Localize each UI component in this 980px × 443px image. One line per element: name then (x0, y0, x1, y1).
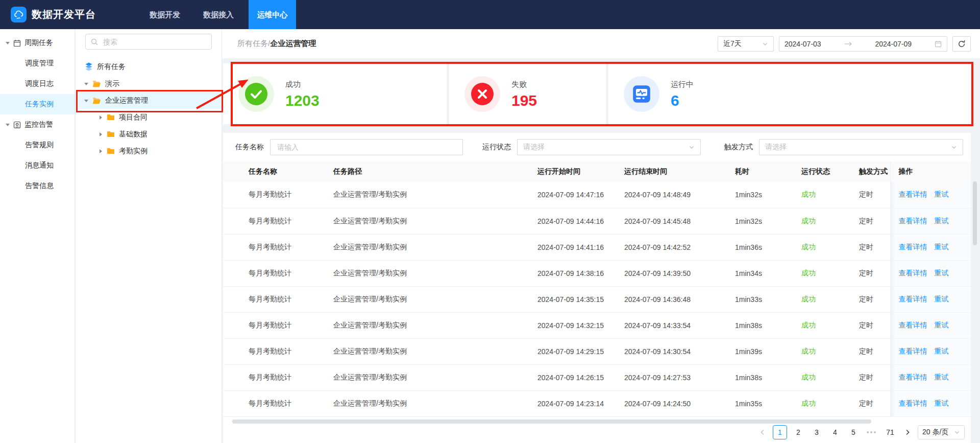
table-row: 每月考勤统计企业运营管理/考勤实例2024-07-09 14:29:152024… (223, 338, 971, 364)
view-detail-link[interactable]: 查看详情 (899, 373, 927, 381)
cell-start: 2024-07-09 14:32:15 (529, 312, 616, 338)
cell-status: 成功 (793, 208, 851, 234)
tree-search-box[interactable] (85, 34, 212, 50)
stat-label: 运行中 (671, 80, 694, 89)
cell-end: 2024-07-09 14:30:54 (616, 338, 727, 364)
page-ellipsis[interactable]: ••• (865, 425, 879, 439)
sidebar-item-schedule-logs[interactable]: 调度日志 (0, 74, 75, 94)
page-number[interactable]: 3 (810, 425, 824, 439)
tree-search-input[interactable] (102, 37, 206, 46)
caret-right-icon[interactable] (98, 149, 103, 154)
cell-end: 2024-07-09 14:27:53 (616, 364, 727, 390)
cell-trigger: 定时 (851, 208, 890, 234)
tree-node[interactable]: 基础数据 (76, 126, 222, 143)
date-start-value[interactable]: 2024-07-03 (785, 40, 821, 48)
sidebar-group-label: 监控告警 (24, 120, 53, 129)
vertical-scrollbar-thumb[interactable] (973, 181, 977, 245)
stat-card-running: 运行中 6 (608, 63, 971, 124)
sidebar-item-message-notify[interactable]: 消息通知 (0, 155, 75, 176)
cell-name: 每月考勤统计 (223, 390, 325, 416)
sidebar-item-schedule-management[interactable]: 调度管理 (0, 53, 75, 74)
prev-page-button[interactable] (756, 425, 769, 439)
cell-name: 每月考勤统计 (223, 338, 325, 364)
tree-node[interactable]: 企业运营管理 (76, 92, 222, 109)
next-page-button[interactable] (901, 425, 914, 439)
retry-link[interactable]: 重试 (935, 190, 949, 198)
page-number[interactable]: 71 (883, 425, 897, 439)
nav-item-ops-center[interactable]: 运维中心 (249, 0, 296, 29)
retry-link[interactable]: 重试 (935, 269, 949, 277)
calendar-icon (935, 40, 942, 48)
run-status-select[interactable]: 请选择 (517, 139, 701, 155)
caret-down-icon[interactable] (84, 98, 89, 103)
run-status-placeholder: 请选择 (523, 143, 545, 152)
task-name-input[interactable] (276, 143, 457, 152)
sidebar-item-alert-rules[interactable]: 告警规则 (0, 135, 75, 155)
view-detail-link[interactable]: 查看详情 (899, 243, 927, 251)
horizontal-scrollbar-thumb[interactable] (232, 419, 871, 424)
caret-right-icon[interactable] (98, 132, 103, 137)
view-detail-link[interactable]: 查看详情 (899, 295, 927, 303)
caret-down-icon (5, 40, 10, 45)
caret-down-icon[interactable] (84, 81, 89, 86)
view-detail-link[interactable]: 查看详情 (899, 347, 927, 355)
task-name-input-box[interactable] (270, 139, 463, 155)
sidebar-item-task-instances[interactable]: 任务实例 (0, 94, 75, 114)
nav-item-data-ingestion[interactable]: 数据接入 (203, 0, 234, 29)
view-detail-link[interactable]: 查看详情 (899, 217, 927, 225)
view-detail-link[interactable]: 查看详情 (899, 321, 927, 329)
cell-start: 2024-07-09 14:29:15 (529, 338, 616, 364)
folder-open-icon (92, 97, 101, 104)
cell-trigger: 定时 (851, 312, 890, 338)
page-number[interactable]: 2 (791, 425, 805, 439)
cell-status: 成功 (793, 182, 851, 208)
caret-right-icon[interactable] (98, 115, 103, 120)
cell-end: 2024-07-09 14:48:49 (616, 182, 727, 208)
cell-actions: 查看详情重试 (890, 234, 971, 260)
retry-link[interactable]: 重试 (935, 399, 949, 407)
top-navbar: 数据开发平台 数据开发 数据接入 运维中心 (0, 0, 980, 29)
view-detail-link[interactable]: 查看详情 (899, 269, 927, 277)
view-detail-link[interactable]: 查看详情 (899, 399, 927, 407)
page-size-select[interactable]: 20 条/页 (918, 425, 965, 439)
tree-node-label: 演示 (105, 79, 119, 88)
nav-item-data-development[interactable]: 数据开发 (150, 0, 180, 29)
tree-node-all-tasks[interactable]: 所有任务 (76, 58, 222, 75)
tree-node[interactable]: 项目合同 (76, 109, 222, 126)
refresh-button[interactable] (952, 36, 971, 52)
page-number[interactable]: 1 (773, 425, 787, 439)
tree-node[interactable]: 演示 (76, 75, 222, 92)
page-number[interactable]: 4 (828, 425, 842, 439)
trigger-type-select[interactable]: 请选择 (759, 139, 963, 155)
cell-start: 2024-07-09 14:44:16 (529, 208, 616, 234)
retry-link[interactable]: 重试 (935, 217, 949, 225)
cell-status: 成功 (793, 312, 851, 338)
task-name-label: 任务名称 (235, 143, 264, 152)
time-preset-select[interactable]: 近7天 (718, 36, 774, 52)
cell-name: 每月考勤统计 (223, 182, 325, 208)
sidebar-group-monitoring-alerts[interactable]: 监控告警 (0, 114, 75, 135)
tree-node-label: 所有任务 (97, 62, 126, 72)
cell-actions: 查看详情重试 (890, 390, 971, 416)
retry-link[interactable]: 重试 (935, 347, 949, 355)
tree-node[interactable]: 考勤实例 (76, 143, 222, 159)
table-header-row: 任务名称 任务路径 运行开始时间 运行结束时间 耗时 运行状态 触发方式 操作 (223, 161, 971, 182)
retry-link[interactable]: 重试 (935, 373, 949, 381)
date-end-value[interactable]: 2024-07-09 (875, 40, 912, 48)
breadcrumb-root[interactable]: 所有任务/ (237, 39, 270, 48)
retry-link[interactable]: 重试 (935, 243, 949, 251)
cell-duration: 1min32s (727, 182, 793, 208)
cell-duration: 1min32s (727, 208, 793, 234)
app-title: 数据开发平台 (32, 0, 96, 29)
cell-start: 2024-07-09 14:38:16 (529, 260, 616, 286)
retry-link[interactable]: 重试 (935, 295, 949, 303)
stat-card-success: 成功 1203 (223, 63, 447, 124)
date-range-picker[interactable]: 2024-07-03 2024-07-09 (779, 36, 947, 52)
view-detail-link[interactable]: 查看详情 (899, 190, 927, 198)
filter-bar: 任务名称 运行状态 请选择 触发方式 请选择 (223, 139, 971, 155)
sidebar-item-alert-info[interactable]: 告警信息 (0, 176, 75, 196)
page-number[interactable]: 5 (846, 425, 861, 439)
refresh-icon (958, 40, 966, 48)
sidebar-group-periodic-tasks[interactable]: 周期任务 (0, 33, 75, 53)
retry-link[interactable]: 重试 (935, 321, 949, 329)
